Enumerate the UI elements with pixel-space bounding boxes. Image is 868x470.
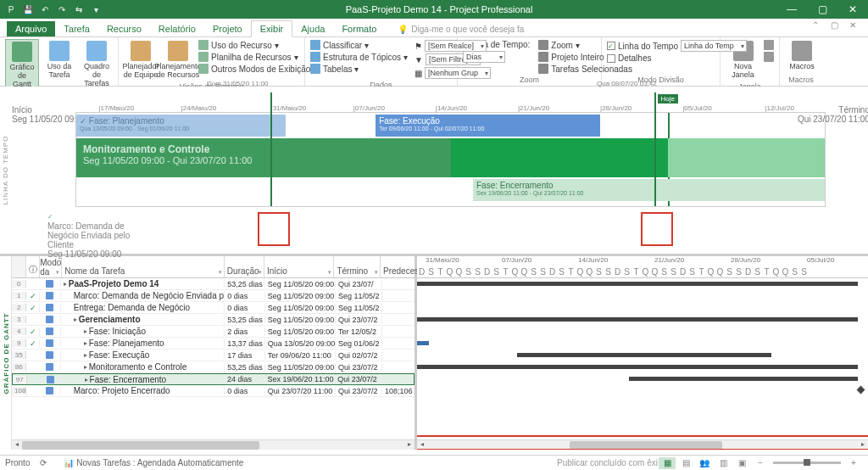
view-sheet-icon[interactable]: ▥ — [715, 457, 732, 469]
outline-icon — [310, 52, 320, 62]
redo-icon[interactable]: ↷ — [56, 3, 68, 15]
summary-bar[interactable] — [629, 377, 858, 381]
view-team-icon[interactable]: 👥 — [696, 457, 713, 469]
col-rownum[interactable] — [12, 256, 26, 277]
team-planner-button[interactable]: Planejador de Equipe — [124, 39, 158, 81]
link-icon[interactable]: ⇆ — [73, 3, 85, 15]
gantt-chart-button[interactable]: Gráfico de Gantt — [5, 39, 39, 92]
zoom-handle-left-line[interactable] — [270, 92, 272, 206]
new-tasks-mode[interactable]: 📊 Novas Tarefas : Agendada Automaticamen… — [64, 458, 243, 467]
grid-header: ⓘ Modo da▾ Nome da Tarefa▾ Duração▾ Iníc… — [12, 256, 415, 278]
task-grid[interactable]: ⓘ Modo da▾ Nome da Tarefa▾ Duração▾ Iníc… — [12, 256, 417, 450]
tables-button[interactable]: Tabelas ▾ — [310, 63, 408, 75]
table-row[interactable]: 4✓▸Fase: Iniciação2 diasSeg 11/05/20 09:… — [12, 326, 415, 338]
zoom-handle-right-line[interactable] — [654, 92, 656, 206]
board-icon — [86, 41, 107, 61]
bulb-icon: 💡 — [398, 25, 408, 34]
table-row[interactable]: 1✓Marco: Demanda de Negócio Enviada pelo… — [12, 290, 415, 302]
bar-planejamento[interactable]: ✓ Fase: PlanejamentoQua 13/05/20 09:00 -… — [76, 115, 286, 137]
zoom-slider[interactable] — [773, 462, 841, 464]
table-row[interactable]: 3▸Gerenciamento53,25 diasSeg 11/05/20 09… — [12, 314, 415, 326]
summary-bar[interactable] — [517, 353, 771, 357]
timeline-checkbox[interactable]: Linha do Tempo Linha do Temp — [607, 39, 747, 53]
qat-more-icon[interactable]: ▾ — [90, 3, 102, 15]
sort-icon — [310, 40, 320, 50]
arrange-icon[interactable] — [764, 40, 774, 50]
tab-arquivo[interactable]: Arquivo — [7, 21, 55, 36]
tab-relatorio[interactable]: Relatório — [150, 21, 204, 36]
save-icon[interactable]: 💾 — [22, 3, 34, 15]
macros-button[interactable]: Macros — [785, 39, 819, 73]
checkbox-icon — [607, 42, 615, 50]
resource-sheet-icon — [198, 52, 209, 62]
summary-bar[interactable] — [417, 317, 858, 322]
table-row[interactable]: 108Marco: Projeto Encerrado0 diasQui 23/… — [12, 385, 415, 397]
annotation-box-left — [258, 212, 290, 246]
timeline-canvas[interactable]: Dom 31/05/20 11:00 Qua 08/07/20 03:42 In… — [12, 87, 868, 254]
col-start[interactable]: Início▾ — [264, 256, 335, 277]
zoom-icon — [538, 40, 548, 50]
col-mode[interactable]: Modo da▾ — [40, 256, 62, 277]
view-gantt-icon[interactable]: ▦ — [659, 457, 676, 469]
table-row[interactable]: 9✓▸Fase: Planejamento13,37 diasQua 13/05… — [12, 338, 415, 350]
table-row[interactable]: 2✓Entrega: Demanda de Negócio0 diasSeg 1… — [12, 302, 415, 314]
close-button[interactable]: ✕ — [837, 0, 868, 19]
tab-recurso[interactable]: Recurso — [98, 21, 150, 36]
other-views-button[interactable]: Outros Modos de Exibição ▾ — [198, 63, 317, 75]
timescale-dropdown[interactable]: Dias — [463, 50, 530, 64]
undo-icon[interactable]: ↶ — [39, 3, 51, 15]
help-window-icon[interactable]: ▢ — [831, 20, 844, 34]
selected-icon — [538, 64, 548, 74]
col-end[interactable]: Término▾ — [334, 256, 381, 277]
hide-icon[interactable] — [764, 52, 774, 62]
summary-bar[interactable] — [417, 365, 858, 369]
group-dropdown[interactable]: ▦ [Nenhum Grup — [415, 66, 491, 80]
bar-mc-seg2[interactable] — [451, 138, 668, 177]
outline-button[interactable]: Estrutura de Tópicos ▾ — [310, 51, 408, 63]
table-row[interactable]: 0▸PaaS-Projeto Demo 1453,25 diasSeg 11/0… — [12, 278, 415, 290]
bar-mc-seg3[interactable] — [668, 138, 825, 177]
close-pane-icon[interactable]: ✕ — [849, 20, 863, 34]
summary-bar[interactable] — [417, 282, 858, 286]
zoom-end-date: Qua 08/07/20 03:42 — [597, 80, 657, 87]
sync-icon[interactable]: ⟳ — [40, 458, 47, 467]
milestone-diamond[interactable] — [857, 386, 865, 394]
status-bar: Pronto ⟳ 📊 Novas Tarefas : Agendada Auto… — [0, 455, 868, 470]
resource-sheet-button[interactable]: Planilha de Recursos ▾ — [198, 51, 317, 63]
table-row[interactable]: 97▸Fase: Encerramento24 diasSex 19/06/20… — [12, 373, 415, 385]
checkbox-icon — [607, 54, 615, 63]
tab-formato[interactable]: Formato — [333, 21, 385, 36]
zoom-out-icon[interactable]: − — [752, 457, 769, 469]
resource-planning-button[interactable]: Planejamento de Recursos — [161, 39, 195, 81]
tab-projeto[interactable]: Projeto — [204, 21, 251, 36]
task-usage-button[interactable]: Uso da Tarefa — [42, 39, 76, 81]
minimize-button[interactable]: — — [776, 0, 807, 19]
sort-button[interactable]: Classificar ▾ — [310, 39, 408, 51]
table-row[interactable]: 86▸Monitoramento e Controle53,25 diasSeg… — [12, 361, 415, 373]
tab-ajuda[interactable]: Ajuda — [292, 21, 333, 36]
col-duration[interactable]: Duração▾ — [225, 256, 264, 277]
maximize-button[interactable]: ▢ — [807, 0, 837, 19]
bar-monitoramento[interactable]: Monitoramento e ControleSeg 11/05/20 09:… — [76, 138, 451, 177]
col-predecessors[interactable]: Predecessoras — [381, 256, 415, 277]
bar-execucao[interactable]: Fase: ExecuçãoTer 09/06/20 11:00 - Qui 0… — [376, 115, 600, 137]
ribbon-collapse-icon[interactable]: ⌃ — [812, 20, 826, 34]
gantt-header: 31/Maio/20 07/Jun/20 14/Jun/20 21/Jun/20… — [417, 256, 868, 278]
tab-tarefa[interactable]: Tarefa — [55, 21, 98, 36]
tab-exibir[interactable]: Exibir — [251, 20, 293, 37]
col-name[interactable]: Nome da Tarefa▾ — [62, 256, 225, 277]
task-board-button[interactable]: Quadro de Tarefas — [80, 39, 114, 90]
col-indicator[interactable]: ⓘ — [26, 256, 40, 277]
view-usage-icon[interactable]: ▤ — [677, 457, 694, 469]
gantt-chart[interactable]: 31/Maio/20 07/Jun/20 14/Jun/20 21/Jun/20… — [417, 256, 868, 450]
view-report-icon[interactable]: ▣ — [733, 457, 750, 469]
publish-status: Publicar concluído com êxi — [557, 458, 658, 467]
grid-hscroll[interactable]: ◂▸ — [12, 439, 415, 450]
zoom-in-icon[interactable]: + — [845, 457, 862, 469]
bar-encerramento[interactable]: Fase: EncerramentoSex 19/06/20 11:00 - Q… — [473, 179, 825, 201]
table-row[interactable]: 35▸Fase: Execução17 diasTer 09/06/20 11:… — [12, 350, 415, 361]
annotation-box-right — [641, 212, 673, 246]
tell-me-search[interactable]: 💡Diga-me o que você deseja fa — [398, 25, 524, 36]
task-bar[interactable] — [417, 341, 429, 345]
resource-usage-button[interactable]: Uso do Recurso ▾ — [198, 39, 317, 51]
